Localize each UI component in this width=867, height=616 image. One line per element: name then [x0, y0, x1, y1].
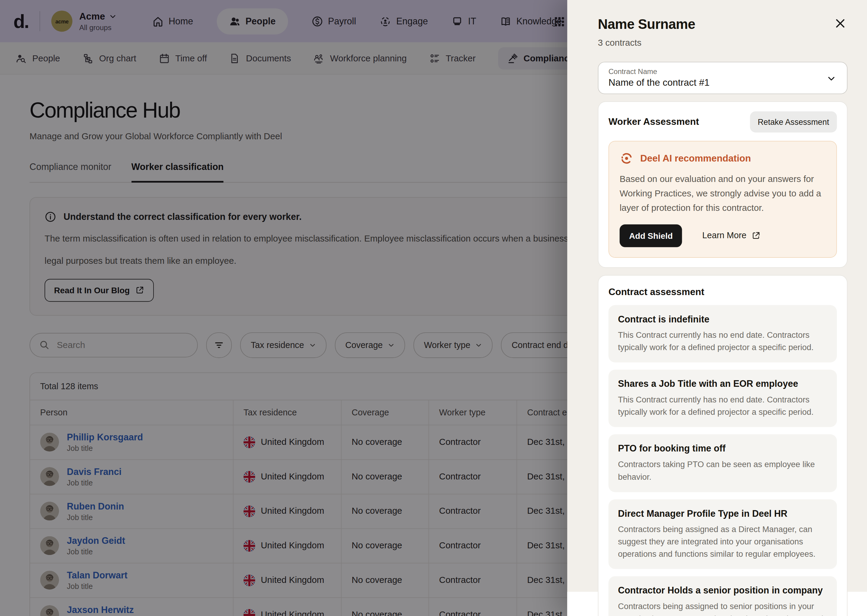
worker-assessment-title: Worker Assessment [608, 116, 699, 127]
assessment-item-senior-position: Contractor Holds a senior position in co… [608, 576, 837, 616]
assessment-item-body: Contractors taking PTO can be seen as em… [618, 458, 828, 483]
ai-recommendation-box: Deel AI recommendation Based on our eval… [608, 141, 837, 258]
assessment-item-body: Contractors being assigned to senior pos… [618, 600, 828, 616]
ai-recommendation-body: Based on our evaluation and on your answ… [620, 172, 826, 215]
assessment-item-body: This Contract currently has no end date.… [618, 394, 828, 418]
worker-detail-drawer: Name Surname 3 contracts Contract Name N… [567, 0, 867, 616]
assessment-item-title: Contractor Holds a senior position in co… [618, 585, 828, 596]
learn-more-label: Learn More [702, 231, 747, 240]
add-shield-button[interactable]: Add Shield [620, 224, 682, 247]
learn-more-link[interactable]: Learn More [702, 231, 760, 240]
contract-select-label: Contract Name [608, 68, 837, 76]
assessment-item-shares-job-title: Shares a Job Title with an EOR employee … [608, 370, 837, 427]
assessment-item-direct-manager: Direct Manager Profile Type in Deel HR C… [608, 499, 837, 569]
retake-assessment-button[interactable]: Retake Assessment [750, 111, 837, 132]
contract-assessment-card: Contract assessment Contract is indefini… [598, 275, 847, 616]
assessment-item-title: Shares a Job Title with an EOR employee [618, 379, 828, 389]
assessment-item-title: PTO for booking time off [618, 443, 828, 454]
assessment-item-title: Direct Manager Profile Type in Deel HR [618, 508, 828, 519]
contract-select[interactable]: Contract Name Name of the contract #1 [598, 62, 847, 94]
chevron-down-icon [827, 74, 836, 83]
contract-select-value: Name of the contract #1 [608, 77, 837, 88]
external-link-icon [751, 231, 760, 240]
assessment-item-body: This Contract currently has no end date.… [618, 329, 828, 354]
drawer-subtitle: 3 contracts [598, 38, 847, 48]
assessment-item-title: Contract is indefinite [618, 314, 828, 324]
screen: d. acme Acme All groups Home [0, 0, 867, 616]
assessment-item-body: Contractors being assigned as a Direct M… [618, 523, 828, 560]
close-icon[interactable] [834, 17, 847, 30]
contract-assessment-title: Contract assessment [608, 287, 837, 298]
drawer-content: Name Surname 3 contracts Contract Name N… [567, 0, 867, 616]
assessment-item-contract-indefinite: Contract is indefinite This Contract cur… [608, 305, 837, 363]
worker-assessment-card: Worker Assessment Retake Assessment Deel… [598, 101, 847, 268]
assessment-item-pto: PTO for booking time off Contractors tak… [608, 435, 837, 492]
ai-recommendation-title: Deel AI recommendation [640, 153, 751, 164]
drawer-title: Name Surname [598, 17, 847, 33]
deel-ai-icon [620, 151, 634, 165]
